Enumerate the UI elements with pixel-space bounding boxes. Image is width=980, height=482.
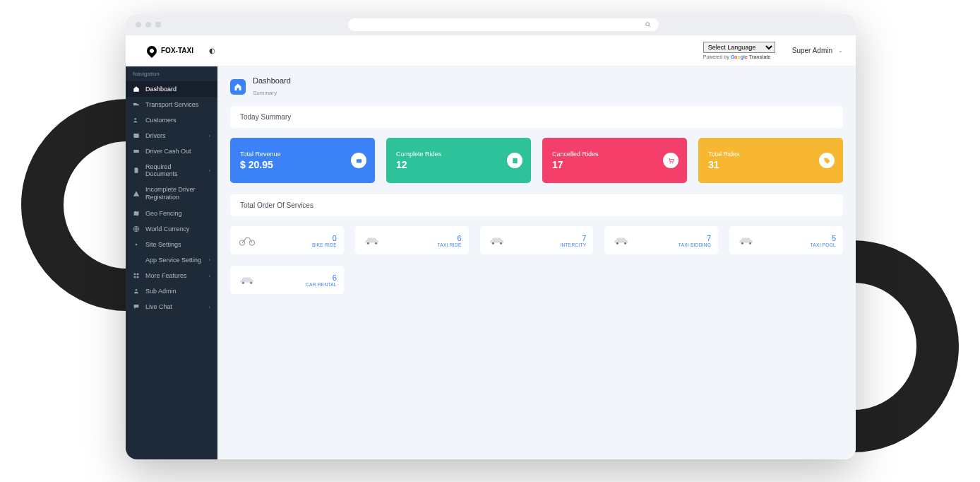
app-header: FOX-TAXI ◐ Select Language Powered by Go… [126, 35, 856, 66]
sidebar-item-geo-fencing[interactable]: Geo Fencing [126, 206, 217, 221]
service-card-taxi-pool[interactable]: 5TAXI POOL [729, 226, 843, 254]
svg-point-28 [250, 282, 252, 284]
svg-rect-9 [137, 274, 139, 276]
brand-logo[interactable]: FOX-TAXI [147, 46, 193, 56]
service-count: 0 [312, 234, 337, 242]
nav-section-title: Navigation [126, 66, 217, 81]
service-name: TAXI BIDDING [679, 242, 711, 247]
chevron-right-icon: › [208, 167, 210, 174]
sidebar-item-label: App Service Setting [145, 257, 201, 264]
language-select[interactable]: Select Language [703, 42, 775, 53]
main-content: Dashboard Summary Today Summary Total Re… [217, 66, 856, 459]
sidebar-item-label: Site Settings [145, 241, 181, 248]
service-card-taxi-ride[interactable]: 6TAXI RIDE [355, 226, 469, 254]
service-card-car-rental[interactable]: 6CAR RENTAL [230, 266, 344, 294]
warn-icon [133, 190, 140, 197]
home-icon [230, 79, 246, 95]
svg-line-1 [649, 25, 650, 27]
svg-point-25 [741, 242, 743, 245]
grid-icon [133, 272, 140, 279]
user-menu[interactable]: Super Admin ⌄ [792, 47, 843, 54]
svg-point-20 [375, 242, 377, 245]
stat-card-total-revenue[interactable]: Total Revenue$ 20.95 [230, 138, 375, 183]
vehicle-icon [362, 234, 382, 247]
svg-point-22 [500, 242, 502, 245]
service-count: 6 [306, 274, 337, 282]
sidebar-item-site-settings[interactable]: Site Settings [126, 237, 217, 252]
service-count: 5 [810, 234, 836, 242]
wallet-icon [351, 153, 366, 168]
stat-value: 17 [552, 159, 677, 170]
total-order-panel: Total Order Of Services [230, 194, 843, 216]
sidebar-item-sub-admin[interactable]: Sub Admin [126, 283, 217, 299]
language-block: Select Language Powered by Google Transl… [703, 42, 775, 59]
svg-point-26 [749, 242, 751, 245]
sidebar-item-label: World Currency [145, 225, 189, 233]
sidebar-item-label: Customers [145, 117, 177, 124]
sidebar-item-label: Sub Admin [145, 288, 177, 295]
page-title: Dashboard [253, 76, 291, 85]
today-summary-panel: Today Summary [230, 106, 843, 128]
sidebar-item-label: Required Documents [145, 163, 203, 177]
sidebar-item-driver-cash-out[interactable]: Driver Cash Out [126, 143, 217, 159]
browser-titlebar [126, 14, 856, 35]
svg-point-24 [624, 242, 626, 245]
vehicle-icon [736, 234, 756, 247]
sidebar-item-live-chat[interactable]: Live Chat› [126, 299, 217, 315]
stat-card-cancelled-rides[interactable]: Cancelled Rides17 [542, 138, 687, 183]
svg-point-19 [367, 242, 369, 245]
sidebar-item-label: Drivers [145, 132, 166, 139]
users-icon [133, 117, 140, 124]
service-card-bike-ride[interactable]: 0BIKE RIDE [230, 226, 344, 254]
service-count: 6 [438, 234, 462, 242]
sidebar-item-app-service-setting[interactable]: App Service Setting› [126, 252, 217, 269]
service-card-taxi-bidding[interactable]: 7TAXI BIDDING [604, 226, 718, 254]
page-subtitle: Summary [253, 90, 277, 96]
sidebar-item-drivers[interactable]: Drivers› [126, 128, 217, 143]
svg-point-2 [135, 118, 137, 120]
cart-icon [663, 153, 679, 168]
chevron-right-icon: › [208, 273, 210, 279]
sidebar-item-incomplete-driver-registration[interactable]: Incomplete Driver Registration [126, 182, 217, 206]
stat-label: Total Revenue [240, 151, 365, 158]
browser-url-bar[interactable] [348, 18, 659, 31]
id-icon [133, 132, 140, 139]
chevron-down-icon: ⌄ [838, 47, 843, 54]
chevron-right-icon: › [208, 133, 210, 139]
stat-label: Total Rides [708, 151, 833, 158]
sidebar-item-label: Geo Fencing [145, 210, 182, 217]
svg-point-16 [672, 163, 673, 163]
brand-text: FOX-TAXI [161, 47, 193, 54]
service-card-intercity[interactable]: 7INTERCITY [480, 226, 594, 254]
svg-rect-11 [137, 276, 139, 278]
sidebar-item-world-currency[interactable]: World Currency [126, 221, 217, 237]
svg-rect-13 [356, 159, 361, 163]
sidebar-item-required-documents[interactable]: Required Documents› [126, 159, 217, 182]
service-name: TAXI POOL [810, 242, 836, 247]
sidebar-item-transport-services[interactable]: Transport Services [126, 97, 217, 112]
stat-label: Cancelled Rides [552, 151, 677, 158]
sidebar-item-dashboard[interactable]: Dashboard [126, 81, 217, 97]
home-icon [133, 86, 140, 93]
powered-by-text: Powered by Google Translate [703, 54, 775, 59]
sidebar-item-more-features[interactable]: More Features› [126, 268, 217, 283]
check-icon [507, 153, 522, 168]
svg-point-12 [136, 289, 138, 291]
service-count: 7 [679, 234, 711, 242]
svg-point-5 [136, 151, 137, 152]
window-controls[interactable] [136, 22, 161, 28]
page-header: Dashboard Summary [230, 76, 843, 98]
stat-card-complete-rides[interactable]: Complete Rides12 [386, 138, 531, 183]
globe-icon [133, 225, 140, 233]
sidebar-toggle-icon[interactable]: ◐ [209, 47, 215, 54]
stat-card-total-rides[interactable]: Total Rides31 [698, 138, 843, 183]
vehicle-icon [237, 234, 257, 247]
service-name: CAR RENTAL [306, 282, 337, 287]
total-order-label: Total Order Of Services [240, 201, 313, 209]
logo-icon [145, 44, 159, 58]
service-count: 7 [560, 234, 586, 242]
doc-icon [133, 167, 140, 174]
sidebar-item-customers[interactable]: Customers [126, 112, 217, 128]
today-summary-label: Today Summary [240, 113, 291, 121]
chevron-right-icon: › [208, 304, 210, 310]
